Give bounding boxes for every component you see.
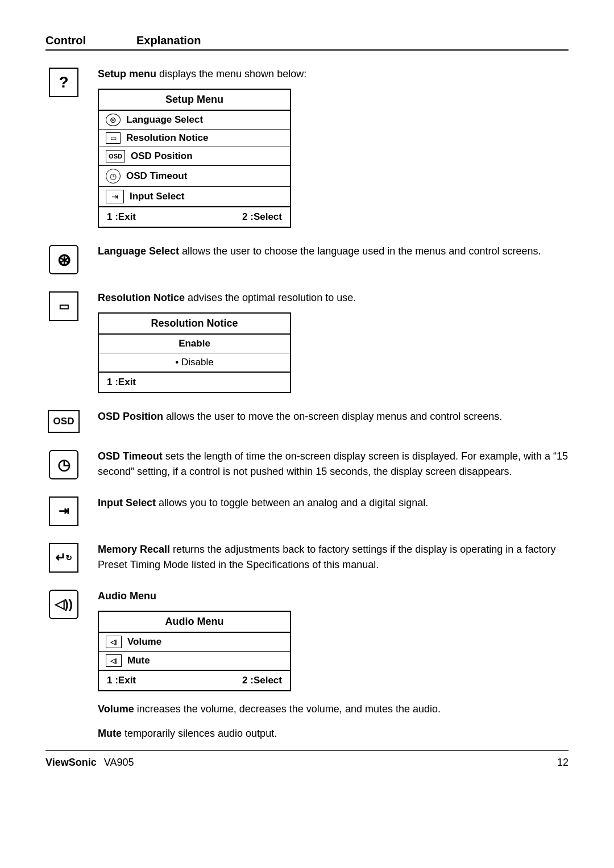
resolution-icon: ▭ (106, 132, 121, 144)
audio-table-footer: 1 :Exit 2 :Select (98, 670, 291, 691)
footer-brand: ViewSonic (45, 757, 97, 768)
mute-bold: Mute (98, 728, 122, 739)
language-select-description: Language Select allows the user to choos… (98, 244, 569, 259)
osd-timeout-bold: OSD Timeout (98, 450, 163, 462)
page-footer: ViewSonic VA905 12 (45, 750, 569, 769)
header-explanation-label: Explanation (136, 34, 201, 47)
section-language-select: ⊛ Language Select allows the user to cho… (45, 244, 569, 274)
section-input-select: ⇥ Input Select allows you to toggle betw… (45, 495, 569, 526)
input-arrow-icon: ⇥ (49, 496, 78, 526)
osd-timeout-description: OSD Timeout sets the length of time the … (98, 449, 569, 479)
setup-menu-row-input: ⇥ Input Select (98, 187, 291, 206)
audio-menu-label: Audio Menu (98, 589, 569, 604)
volume-rest: increases the volume, decreases the volu… (134, 703, 441, 715)
setup-menu-select: 2 :Select (242, 211, 282, 223)
language-select-icon-cell: ⊛ (45, 244, 82, 274)
section-osd-timeout: ◷ OSD Timeout sets the length of time th… (45, 449, 569, 479)
setup-menu-text: Setup menu displays the menu shown below… (98, 66, 569, 228)
input-select-label: Input Select (130, 191, 184, 202)
osd-position-rest: allows the user to move the on-screen di… (163, 411, 502, 422)
page-content: Control Explanation ? Setup menu display… (0, 0, 614, 791)
memory-recall-bold: Memory Recall (98, 544, 170, 555)
resolution-notice-rest: advises the optimal resolution to use. (185, 292, 356, 303)
language-select-text: Language Select allows the user to choos… (98, 244, 569, 259)
setup-menu-bold: Setup menu (98, 68, 156, 80)
res-disable-label: • Disable (98, 353, 291, 373)
volume-description: Volume increases the volume, decreases t… (98, 702, 569, 717)
osd-icon: OSD (48, 410, 80, 433)
section-resolution-notice: ▭ Resolution Notice advises the optimal … (45, 290, 569, 393)
audio-select: 2 :Select (242, 675, 282, 686)
header-divider (45, 49, 569, 51)
language-label: Language Select (126, 114, 203, 126)
osd-timeout-icon-cell: ◷ (45, 449, 82, 479)
audio-menu-bold: Audio Menu (98, 590, 156, 602)
section-memory-recall: ↵↻ Memory Recall returns the adjustments… (45, 542, 569, 573)
footer-model: VA905 (104, 757, 134, 768)
memory-recall-icon: ↵↻ (49, 543, 78, 573)
audio-menu-icon-cell: ◁)) (45, 589, 82, 619)
input-select-description: Input Select allows you to toggle betwee… (98, 495, 569, 511)
setup-menu-rest: displays the menu shown below: (156, 68, 306, 80)
mute-description: Mute temporarily silences audio output. (98, 726, 569, 741)
res-table-header: Resolution Notice (98, 313, 291, 334)
section-setup-menu: ? Setup menu displays the menu shown bel… (45, 66, 569, 228)
section-audio-menu: ◁)) Audio Menu Audio Menu ◁| Volume (45, 589, 569, 741)
osd-position-text: OSD Position allows the user to move the… (98, 409, 569, 424)
memory-recall-text: Memory Recall returns the adjustments ba… (98, 542, 569, 573)
osd-timeout-label: OSD Timeout (126, 170, 187, 182)
audio-row-volume: ◁| Volume (98, 632, 291, 652)
resolution-notice-icon-cell: ▭ (45, 290, 82, 321)
volume-icon-small: ◁| (106, 636, 122, 648)
osd-timeout-text: OSD Timeout sets the length of time the … (98, 449, 569, 479)
res-row-enable: Enable (98, 334, 291, 353)
audio-row-mute: ◁| Mute (98, 652, 291, 670)
audio-menu-table: Audio Menu ◁| Volume ◁| Mute (98, 611, 291, 691)
rectangle-icon: ▭ (49, 291, 78, 321)
audio-menu-text: Audio Menu Audio Menu ◁| Volume (98, 589, 569, 741)
globe-icon: ⊛ (49, 245, 78, 274)
res-enable-label: Enable (98, 334, 291, 353)
res-exit-label: 1 :Exit (98, 372, 291, 393)
language-select-bold: Language Select (98, 245, 179, 257)
osd-pos-icon: OSD (106, 150, 125, 162)
resolution-notice-table: Resolution Notice Enable • Disable 1 :Ex… (98, 312, 291, 393)
resolution-notice-bold: Resolution Notice (98, 292, 185, 303)
volume-label: Volume (127, 636, 161, 648)
header-row: Control Explanation (45, 34, 569, 47)
input-select-icon: ⇥ (106, 190, 124, 203)
setup-menu-table-header: Setup Menu (98, 89, 291, 110)
mute-rest: temporarily silences audio output. (122, 728, 277, 739)
setup-menu-description: Setup menu displays the menu shown below… (98, 66, 569, 82)
res-table-footer: 1 :Exit (98, 372, 291, 393)
section-osd-position: OSD OSD Position allows the user to move… (45, 409, 569, 433)
osd-timeout-rest: sets the length of time the on-screen di… (98, 450, 568, 477)
osd-position-description: OSD Position allows the user to move the… (98, 409, 569, 424)
input-select-rest: allows you to toggle between an analog a… (156, 497, 428, 508)
osd-position-icon-cell: OSD (45, 409, 82, 433)
question-mark-icon: ? (49, 68, 78, 97)
resolution-notice-description: Resolution Notice advises the optimal re… (98, 290, 569, 306)
volume-bold: Volume (98, 703, 134, 715)
res-row-disable: • Disable (98, 353, 291, 373)
mute-icon-small: ◁| (106, 654, 122, 667)
setup-menu-row-language: ⊛ Language Select (98, 110, 291, 130)
input-select-icon-cell: ⇥ (45, 495, 82, 526)
osd-pos-label: OSD Position (131, 151, 193, 162)
language-icon: ⊛ (106, 114, 121, 126)
setup-menu-row-osd-pos: OSD OSD Position (98, 147, 291, 166)
memory-recall-description: Memory Recall returns the adjustments ba… (98, 542, 569, 573)
setup-menu-table: Setup Menu ⊛ Language Select ▭ Resolutio… (98, 89, 291, 228)
language-select-rest: allows the user to choose the language u… (179, 245, 541, 257)
footer-page-number: 12 (557, 757, 569, 769)
audio-exit: 1 :Exit (107, 675, 136, 686)
osd-timeout-icon: ◷ (106, 169, 121, 183)
input-select-bold: Input Select (98, 497, 156, 508)
osd-position-bold: OSD Position (98, 411, 163, 422)
input-select-text: Input Select allows you to toggle betwee… (98, 495, 569, 511)
setup-menu-row-osd-timeout: ◷ OSD Timeout (98, 166, 291, 187)
memory-recall-icon-cell: ↵↻ (45, 542, 82, 573)
resolution-notice-text: Resolution Notice advises the optimal re… (98, 290, 569, 393)
resolution-label: Resolution Notice (126, 132, 209, 144)
footer-brand-model: ViewSonic VA905 (45, 757, 134, 769)
